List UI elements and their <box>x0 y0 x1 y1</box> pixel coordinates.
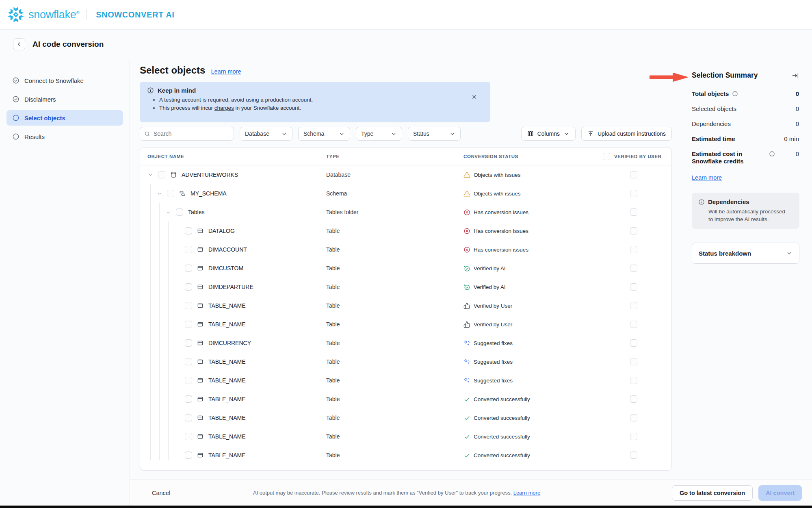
row-checkbox[interactable] <box>185 377 192 384</box>
circle-icon <box>12 133 19 140</box>
go-to-latest-conversion-button[interactable]: Go to latest conversion <box>672 485 753 501</box>
row-checkbox[interactable] <box>185 227 192 234</box>
table-icon <box>197 284 204 290</box>
table-icon <box>197 452 204 458</box>
table-icon <box>197 246 204 253</box>
sidebar-item-label: Disclaimers <box>24 96 56 103</box>
expand-chevron[interactable] <box>147 172 153 178</box>
close-icon <box>471 94 477 100</box>
sidebar-item-results[interactable]: Results <box>6 129 123 144</box>
verified-checkbox[interactable] <box>630 321 637 328</box>
brand-wordmark: snowflake® <box>28 9 79 21</box>
banner-bullet: A testing account is required, avoid usi… <box>159 97 483 103</box>
verified-checkbox[interactable] <box>630 190 637 197</box>
dropdown-label: Type <box>361 130 373 137</box>
table-icon <box>197 396 204 402</box>
verified-checkbox[interactable] <box>630 414 637 421</box>
table-icon <box>197 415 204 421</box>
verified-header-checkbox[interactable] <box>603 153 610 160</box>
row-checkbox[interactable] <box>185 321 192 328</box>
fixes-icon <box>463 358 470 365</box>
ai-convert-button[interactable]: AI convert <box>758 485 802 501</box>
row-checkbox[interactable] <box>185 302 192 309</box>
row-checkbox[interactable] <box>185 358 192 365</box>
footer-learn-more-link[interactable]: Learn more <box>513 490 540 496</box>
row-checkbox[interactable] <box>185 339 192 347</box>
verified-checkbox[interactable] <box>630 433 637 440</box>
summary-label: Selected objects <box>692 105 736 113</box>
columns-button[interactable]: Columns <box>521 127 576 141</box>
verified-checkbox[interactable] <box>630 339 637 347</box>
row-checkbox[interactable] <box>185 265 192 272</box>
chevron-left-icon <box>16 41 22 48</box>
filter-dropdown-database[interactable]: Database <box>240 127 292 141</box>
info-icon[interactable] <box>732 91 738 97</box>
close-icon[interactable] <box>471 94 477 100</box>
top-bar: snowflake® SNOWCONVERT AI <box>0 0 812 30</box>
row-checkbox[interactable] <box>167 190 174 197</box>
summary-row-selected-objects: Selected objects0 <box>692 105 799 113</box>
steps-sidebar: Connect to SnowflakeDisclaimersSelect ob… <box>0 59 130 506</box>
chevron-down-icon <box>786 250 793 256</box>
verified-checkbox[interactable] <box>630 246 637 253</box>
main-content: Select objects Learn more Keep in mind A… <box>130 59 685 480</box>
verified-checkbox[interactable] <box>630 208 637 216</box>
object-type: Table <box>326 321 463 328</box>
chevron-down-icon <box>157 191 162 196</box>
verified-checkbox[interactable] <box>630 283 637 291</box>
verified-checkbox[interactable] <box>630 227 637 234</box>
filter-dropdown-type[interactable]: Type <box>356 127 402 141</box>
banner-bullets: A testing account is required, avoid usi… <box>159 97 483 111</box>
sidebar-item-disclaimers[interactable]: Disclaimers <box>6 91 123 107</box>
row-checkbox[interactable] <box>158 171 165 178</box>
object-name: TABLE_NAME <box>208 321 246 328</box>
expand-chevron[interactable] <box>156 191 162 196</box>
conversion-status: Has conversion issues <box>463 246 603 253</box>
row-checkbox[interactable] <box>185 433 192 440</box>
schema-icon <box>179 190 186 197</box>
search-input[interactable] <box>154 130 230 137</box>
sidebar-item-connect-to-snowflake[interactable]: Connect to Snowflake <box>6 73 123 88</box>
filter-dropdown-status[interactable]: Status <box>408 127 461 141</box>
back-button[interactable] <box>13 38 25 50</box>
learn-more-link[interactable]: Learn more <box>211 68 241 75</box>
table-icon <box>197 265 204 271</box>
row-checkbox[interactable] <box>185 452 192 459</box>
row-checkbox[interactable] <box>185 395 192 403</box>
filter-bar: DatabaseSchemaTypeStatusColumnsUpload cu… <box>140 127 672 141</box>
info-icon <box>732 91 738 97</box>
row-checkbox[interactable] <box>185 414 192 421</box>
verified-checkbox[interactable] <box>630 358 637 365</box>
charges-link[interactable]: charges <box>214 105 234 111</box>
table-icon <box>197 377 204 384</box>
search-icon <box>144 131 150 137</box>
success-icon <box>463 452 470 459</box>
dropdown-label: Status <box>413 130 429 137</box>
verified-checkbox[interactable] <box>630 265 637 272</box>
object-name: DIMDEPARTURE <box>208 284 253 290</box>
verified-checkbox[interactable] <box>630 395 637 403</box>
verified-checkbox[interactable] <box>630 377 637 384</box>
dropdown-label: Database <box>245 130 269 137</box>
status-breakdown-toggle[interactable]: Status breakdown <box>692 243 799 264</box>
row-checkbox[interactable] <box>176 208 183 216</box>
dependencies-note-title: Dependencies <box>708 198 749 205</box>
sidebar-item-select-objects[interactable]: Select objects <box>6 110 123 126</box>
collapse-panel-icon[interactable] <box>792 72 799 79</box>
verified-checkbox[interactable] <box>630 302 637 309</box>
expand-chevron[interactable] <box>165 210 171 215</box>
filter-dropdown-schema[interactable]: Schema <box>298 127 350 141</box>
upload-custom-instructions-button[interactable]: Upload custom instructions <box>581 127 672 141</box>
info-icon <box>698 199 705 205</box>
verified-checkbox[interactable] <box>630 171 637 178</box>
chevron-down-icon <box>786 250 793 256</box>
row-checkbox[interactable] <box>185 283 192 291</box>
object-type: Table <box>326 396 463 402</box>
summary-learn-more-link[interactable]: Learn more <box>692 174 722 181</box>
object-name: TABLE_NAME <box>208 415 246 421</box>
info-icon[interactable] <box>769 151 775 157</box>
summary-label: Total objects <box>692 90 729 98</box>
row-checkbox[interactable] <box>185 246 192 253</box>
verified-checkbox[interactable] <box>630 452 637 459</box>
cancel-button[interactable]: Cancel <box>152 490 170 496</box>
